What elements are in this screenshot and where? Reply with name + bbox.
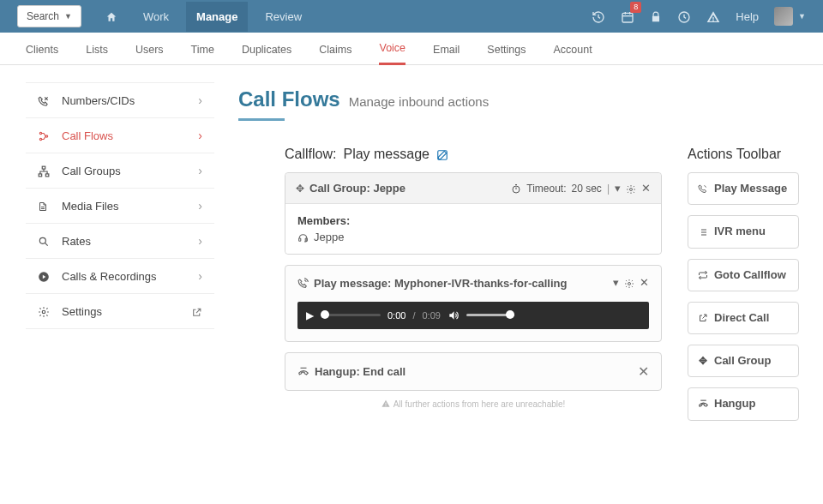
sidebar-item-recordings[interactable]: Calls & Recordings › [26,259,214,294]
secnav-account[interactable]: Account [554,33,592,64]
stopwatch-icon [511,183,521,195]
phone-sound-icon [297,276,309,289]
card-header[interactable]: ✥ Call Group: Jeppe Timeout: 20 sec | [285,173,661,203]
secnav-voice[interactable]: Voice [379,32,405,65]
gear-icon[interactable] [624,276,634,289]
chevron-right-icon: › [198,269,202,283]
hangup-icon [297,364,309,378]
time-separator: / [412,310,415,321]
warning-icon [381,399,390,408]
seek-track[interactable] [321,314,381,316]
clock-icon[interactable] [677,9,691,24]
sidebar-item-label: Calls & Recordings [62,270,157,283]
svg-rect-21 [515,184,517,185]
action-card-callgroup: ✥ Call Group: Jeppe Timeout: 20 sec | [285,172,662,255]
hangup-icon [697,398,709,411]
sidebar-item-label: Call Groups [62,165,121,177]
toolbar-item-play-message[interactable]: Play Message [688,172,799,205]
gear-icon[interactable] [626,182,636,195]
nav-review[interactable]: Review [255,2,312,32]
sidebar-item-mediafiles[interactable]: Media Files › [26,189,214,224]
secondary-nav: Clients Lists Users Time Duplicates Clai… [0,33,823,65]
lock-icon[interactable] [650,9,662,24]
card-title-prefix: Hangup: [315,365,360,378]
unreachable-text: All further actions from here are unreac… [393,399,566,409]
close-icon[interactable]: ✕ [638,363,649,380]
search-dropdown[interactable]: Search ▼ [17,5,81,27]
secnav-clients[interactable]: Clients [26,33,58,64]
secnav-settings[interactable]: Settings [487,33,526,64]
calendar-icon[interactable]: 8 [621,9,634,24]
nav-home[interactable] [97,1,126,32]
toolbar-item-label: Play Message [714,182,787,195]
sidebar-item-rates[interactable]: Rates › [26,224,214,259]
chevron-right-icon: › [198,129,202,142]
toolbar-item-label: IVR menu [714,225,766,238]
edit-icon[interactable] [436,147,448,161]
volume-knob[interactable] [506,310,514,319]
chevron-right-icon: › [198,234,202,248]
secnav-email[interactable]: Email [433,33,460,64]
page-title-text: Call Flows [238,87,340,111]
svg-rect-9 [39,174,42,177]
secnav-users[interactable]: Users [135,33,164,64]
chevron-right-icon: › [198,93,202,107]
caret-down-icon[interactable]: ▾ [615,182,621,195]
close-icon[interactable]: ✕ [641,182,651,195]
audio-time-total: 0:09 [422,310,440,321]
toolbar-item-ivr-menu[interactable]: IVR menu [688,215,799,248]
sidebar-item-callgroups[interactable]: Call Groups › [26,153,214,189]
caret-down-icon[interactable]: ▾ [613,276,619,289]
volume-icon[interactable] [448,309,460,322]
toolbar-item-goto-callflow[interactable]: Goto Callflow [688,259,799,291]
phone-sound-icon [697,183,709,195]
svg-point-13 [39,237,45,243]
sidebar-item-numbers[interactable]: Numbers/CIDs › [26,82,214,118]
topbar-right: 8 Help ▼ [592,7,806,26]
avatar [774,7,793,26]
phone-split-icon [38,93,53,107]
page-subtitle: Manage inbound actions [349,94,489,109]
secnav-lists[interactable]: Lists [86,33,108,64]
close-icon[interactable]: ✕ [640,276,649,289]
play-button[interactable]: ▶ [306,309,314,321]
flow-branch-icon [38,129,53,142]
nav-manage[interactable]: Manage [186,2,248,32]
toolbar-item-call-group[interactable]: ✥ Call Group [688,345,799,377]
callflow-heading: Callflow: Play message [285,147,662,162]
nav-work[interactable]: Work [133,2,179,32]
unreachable-note: All further actions from here are unreac… [285,399,662,409]
warning-icon[interactable] [706,9,720,24]
move-icon: ✥ [697,355,709,368]
toolbar-item-label: Call Group [714,354,771,368]
member-name: Jeppe [314,231,344,243]
secnav-time[interactable]: Time [191,33,214,64]
card-title-value: End call [363,365,405,378]
toolbar-item-hangup[interactable]: Hangup [688,387,799,420]
card-title-value: Jeppe [373,182,405,195]
sidebar-item-label: Numbers/CIDs [62,94,135,107]
user-menu[interactable]: ▼ [774,7,806,26]
secnav-claims[interactable]: Claims [319,33,351,64]
volume-track[interactable] [466,314,514,316]
search-icon [38,234,53,248]
sidebar-item-settings[interactable]: Settings [26,294,214,329]
main-content: Call Flows Manage inbound actions Callfl… [214,65,823,431]
list-icon [697,225,709,238]
topbar: Search ▼ Work Manage Review 8 Help ▼ [0,0,823,33]
secnav-duplicates[interactable]: Duplicates [242,33,291,64]
timeout-label: Timeout: [526,183,566,195]
hierarchy-icon [38,164,53,177]
toolbar-item-label: Hangup [714,397,755,411]
card-header[interactable]: Hangup: End call ✕ [285,353,661,390]
card-header[interactable]: Play message: Myphoner-IVR-thanks-for-ca… [285,266,661,302]
member-row: Jeppe [297,231,649,243]
loop-icon [697,268,709,281]
help-link[interactable]: Help [736,10,759,23]
svg-point-17 [42,310,45,314]
sidebar-item-callflows[interactable]: Call Flows › [26,118,214,153]
audio-time-current: 0:00 [387,310,405,321]
history-icon[interactable] [592,9,605,24]
seek-knob[interactable] [321,310,329,319]
toolbar-item-direct-call[interactable]: Direct Call [688,302,799,334]
